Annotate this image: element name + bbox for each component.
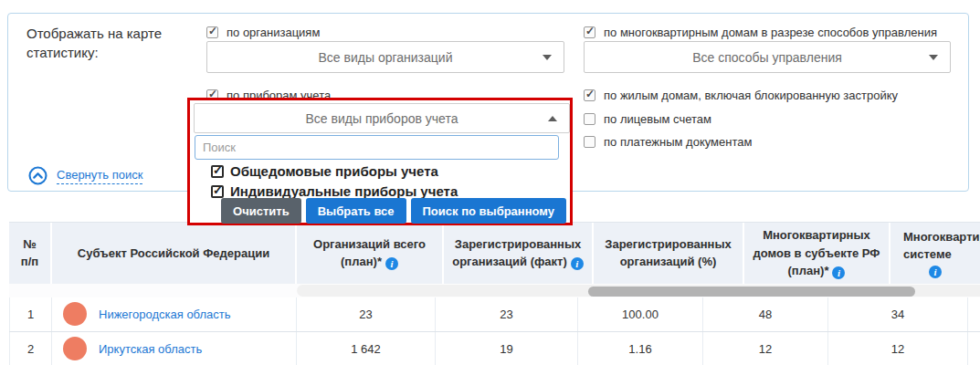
checkbox-label: по лицевым счетам	[604, 112, 711, 126]
checkbox-by-organizations[interactable]: по организациям	[206, 26, 320, 39]
checkbox-icon[interactable]	[584, 113, 595, 125]
checkbox-icon[interactable]	[211, 165, 224, 178]
cell-empty	[968, 332, 980, 365]
column-header-region: Субъект Российской Федерации	[52, 223, 297, 284]
option-label: Общедомовые приборы учета	[230, 163, 438, 179]
checkbox-label: по жилым домам, включая блокированную за…	[604, 89, 898, 102]
checkbox-by-living-houses[interactable]: по жилым домам, включая блокированную за…	[584, 89, 898, 102]
table-header-row: № п/п Субъект Российской Федерации Орган…	[9, 222, 980, 284]
collapse-search-label: Свернуть поиск	[57, 168, 142, 184]
select-meter-types-expanded[interactable]: Все виды приборов учета	[194, 103, 570, 133]
dropdown-button-row: Очистить Выбрать все Поиск по выбранному	[221, 198, 566, 224]
cell-org-registered-fact: 19	[436, 332, 578, 365]
chevron-up-icon	[548, 116, 557, 121]
column-header-org-registered-fact: Зарегистрированных организаций (факт)i	[444, 223, 594, 284]
dropdown-search-input[interactable]	[195, 135, 559, 160]
checkbox-by-mkd-management[interactable]: по многоквартирным домам в разрезе спосо…	[584, 26, 937, 39]
checkbox-by-personal-accounts[interactable]: по лицевым счетам	[584, 112, 711, 126]
collapse-search-link[interactable]: Свернуть поиск	[28, 166, 142, 185]
regions-statistics-table: № п/п Субъект Российской Федерации Орган…	[9, 222, 980, 365]
option-label: Индивидуальные приборы учета	[230, 183, 458, 199]
region-marker-icon[interactable]	[63, 337, 87, 360]
column-header-num: № п/п	[9, 223, 52, 284]
select-value: Все виды организаций	[319, 50, 453, 65]
checkbox-icon[interactable]	[584, 136, 595, 148]
cell-org-registered-pct: 100.00	[578, 297, 703, 331]
option-common-house-meters[interactable]: Общедомовые приборы учета	[211, 163, 438, 179]
region-marker-icon[interactable]	[63, 302, 87, 326]
column-header-mkd-plan: Многоквартирных домов в субъекте РФ (пла…	[744, 223, 890, 284]
cell-mkd-in-system: 34	[828, 297, 968, 331]
horizontal-scrollbar-thumb[interactable]	[588, 287, 915, 297]
cell-org-registered-fact: 23	[436, 297, 578, 331]
clear-button[interactable]: Очистить	[221, 198, 301, 224]
table-row: 1 Нижегородская область 23 23 100.00 48 …	[9, 297, 980, 332]
horizontal-scrollband	[9, 284, 980, 297]
checkbox-icon[interactable]	[211, 185, 224, 198]
checkbox-label: по платежным документам	[604, 135, 752, 149]
column-header-org-total: Организаций всего (план)*i	[297, 223, 444, 284]
chevron-down-icon	[929, 55, 938, 60]
info-icon[interactable]: i	[929, 266, 942, 278]
select-organization-types[interactable]: Все виды организаций	[206, 41, 564, 73]
cell-num: 1	[9, 297, 52, 331]
chevron-down-icon	[543, 55, 552, 60]
meters-dropdown-highlighted: Все виды приборов учета Общедомовые приб…	[187, 98, 573, 225]
cell-org-registered-pct: 1.16	[578, 332, 703, 365]
chevron-up-circle-icon	[28, 166, 47, 185]
select-management-methods[interactable]: Все способы управления	[584, 41, 951, 73]
cell-org-total: 23	[297, 297, 436, 331]
horizontal-scrollbar-track[interactable]	[297, 285, 980, 297]
cell-mkd-in-system: 12	[828, 332, 968, 365]
select-value: Все виды приборов учета	[306, 111, 458, 126]
info-icon[interactable]: i	[832, 266, 845, 279]
option-individual-meters[interactable]: Индивидуальные приборы учета	[211, 183, 458, 199]
panel-label: Отображать на карте статистику:	[26, 24, 186, 62]
map-statistics-page: Отображать на карте статистику: по орган…	[0, 0, 980, 365]
info-icon[interactable]: i	[571, 257, 584, 270]
info-icon[interactable]: i	[385, 257, 398, 270]
select-all-button[interactable]: Выбрать все	[306, 198, 406, 224]
checkbox-label: по многоквартирным домам в разрезе спосо…	[604, 26, 937, 39]
cell-region: Иркутская область	[52, 332, 297, 365]
checkbox-icon[interactable]	[584, 89, 595, 101]
cell-empty	[968, 297, 980, 331]
cell-mkd-plan: 48	[703, 297, 828, 331]
table-row: 2 Иркутская область 1 642 19 1.16 12 12	[9, 332, 980, 365]
cell-region: Нижегородская область	[52, 297, 297, 331]
checkbox-label: по организациям	[227, 26, 320, 39]
column-header-org-registered-pct: Зарегистрированных организаций (%)	[594, 223, 744, 284]
cell-org-total: 1 642	[297, 332, 436, 365]
region-link[interactable]: Нижегородская область	[99, 308, 231, 321]
checkbox-by-payment-documents[interactable]: по платежным документам	[584, 135, 752, 149]
cell-num: 2	[9, 332, 52, 365]
select-value: Все способы управления	[692, 50, 842, 65]
checkbox-icon[interactable]	[584, 26, 595, 38]
checkbox-icon[interactable]	[206, 26, 218, 38]
cell-mkd-plan: 12	[703, 332, 828, 365]
region-link[interactable]: Иркутская область	[99, 342, 202, 356]
column-header-mkd-in-system: Многоквартирных домов в системе i	[890, 223, 980, 284]
search-by-selected-button[interactable]: Поиск по выбранному	[411, 198, 566, 224]
